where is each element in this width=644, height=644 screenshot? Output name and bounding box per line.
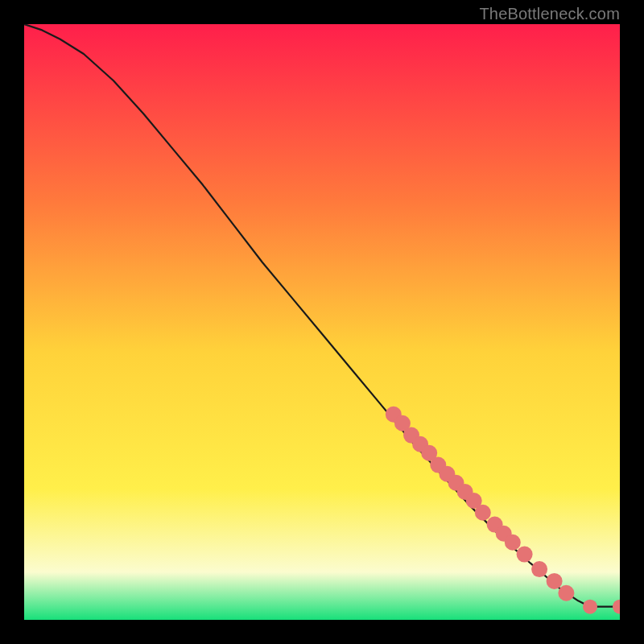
bottleneck-chart — [24, 24, 620, 620]
chart-stage: TheBottleneck.com — [0, 0, 644, 644]
data-point — [517, 547, 533, 563]
data-point — [505, 535, 521, 551]
gradient-background — [24, 24, 620, 620]
data-point — [547, 573, 563, 589]
data-point — [583, 600, 597, 614]
plot-area — [24, 24, 620, 620]
data-point — [531, 561, 547, 577]
data-point — [475, 505, 491, 521]
data-point — [558, 585, 574, 601]
attribution-label: TheBottleneck.com — [479, 5, 620, 23]
